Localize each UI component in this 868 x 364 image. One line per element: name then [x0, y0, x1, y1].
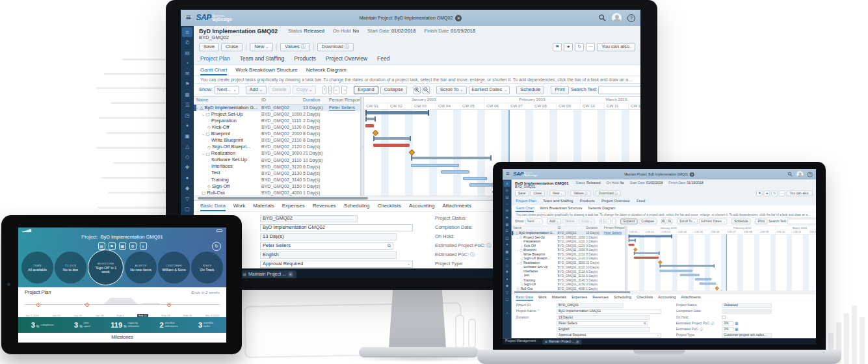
chevron-down-icon[interactable]: ⌄ [202, 112, 205, 116]
chevron-down-icon[interactable]: ⌄ [517, 249, 519, 252]
chevron-down-icon[interactable]: ⌄ [513, 232, 515, 235]
sidebar-icon[interactable]: ◆ [182, 183, 192, 193]
sidebar-icon[interactable]: △ [182, 142, 192, 151]
chevron-down-icon[interactable]: ⌄ [517, 236, 519, 239]
indent-button[interactable]: → [341, 86, 347, 94]
gantt-milestone[interactable] [409, 150, 415, 156]
sidebar-icon[interactable]: ☰ [182, 100, 192, 110]
table-row[interactable]: ◌Write BlueprintBYD_GMQ02_21108 Day(s) [194, 137, 360, 144]
sidebar-icon[interactable]: ▦ [182, 90, 192, 99]
sidebar-icon[interactable]: ▦ [503, 221, 510, 228]
new-button[interactable]: New⌄ [549, 190, 566, 196]
help-icon[interactable]: ? [808, 172, 813, 177]
value-help-icon[interactable]: ⧉ [644, 322, 646, 325]
open-window-tab[interactable]: ▤ Maintain Project ... ✕ [239, 270, 296, 278]
sidebar-icon[interactable]: ▣ [503, 248, 510, 255]
new-button[interactable]: New⌄ [250, 43, 273, 51]
chevron-down-icon[interactable]: ⌄ [517, 262, 519, 265]
chart-icon[interactable]: ▦ [735, 321, 738, 325]
status-circle-customer[interactable]: CustomerWilliam & Sons [158, 252, 190, 283]
close-button[interactable]: Close [530, 190, 545, 196]
table-row[interactable]: ⌄▢Project Set-UpBYD_GMQ02_10002 Day(s) [194, 111, 360, 118]
horizontal-scrollbar[interactable] [512, 291, 816, 294]
tab-products[interactable]: Products [294, 56, 316, 62]
values-button[interactable]: Valuesⓘ [280, 43, 309, 51]
detail-tab-basic-data[interactable]: Basic Data [200, 201, 226, 211]
detail-tab-attachments[interactable]: Attachments [442, 201, 471, 211]
indent-button[interactable]: → [612, 218, 616, 224]
sidebar-icon[interactable]: ⌂ [503, 309, 510, 316]
sidebar-icon[interactable]: ✦ [182, 121, 192, 131]
flag-icon[interactable]: ⚑ [109, 242, 116, 250]
detail-tab-revenues[interactable]: Revenues [313, 201, 336, 211]
tab-team-and-staffing[interactable]: Team and Staffing [543, 199, 573, 203]
column-id[interactable]: ID [261, 98, 303, 103]
status-circle-team[interactable]: TeamAll available [21, 252, 53, 283]
column-person[interactable]: Person Respons... [329, 98, 360, 103]
show-select[interactable]: Next...⌄ [525, 218, 542, 224]
zoom-out-icon[interactable] [668, 218, 673, 224]
column-name[interactable]: Name [512, 226, 558, 229]
zoom-in-icon[interactable] [661, 218, 666, 224]
close-icon[interactable]: ✕ [288, 272, 293, 277]
sidebar-icon[interactable]: ✚ [182, 162, 192, 172]
you-can-also-button[interactable]: You can also. [787, 190, 813, 196]
gear-icon[interactable]: ⚙ [129, 242, 137, 250]
outdent-button[interactable]: ← [607, 218, 611, 224]
close-icon[interactable]: ✕ [455, 15, 462, 21]
more-icon[interactable]: ⋯ [586, 43, 595, 51]
gantt-bar[interactable] [373, 137, 411, 140]
field-person[interactable]: Peter Sellers⧉ [557, 321, 648, 326]
gantt-milestone[interactable] [373, 130, 379, 136]
sidebar-icon[interactable]: ⌂ [503, 181, 510, 187]
open-window-tab[interactable]: ▤ Maintain Project ... ✕ [543, 339, 582, 344]
table-row[interactable]: ◇Sign-Off Bluepri...BYD_GMQ02_21200 Day(… [194, 144, 360, 150]
sidebar-icon[interactable]: ● [182, 173, 192, 183]
add-button[interactable]: Add⌄ [246, 86, 267, 94]
detail-tab-accounting[interactable]: Accounting [658, 294, 676, 300]
subtab-network-diagram[interactable]: Network Diagram [306, 65, 347, 75]
zoom-out-icon[interactable] [423, 86, 430, 94]
subtab-gantt-chart[interactable]: Gantt Chart [200, 65, 227, 75]
detail-tab-scheduling[interactable]: Scheduling [344, 201, 370, 211]
sidebar-icon[interactable]: ▽ [182, 194, 192, 203]
workcenter-menu[interactable]: Project Management ⌄ [505, 339, 539, 344]
star-icon[interactable]: ★ [764, 190, 770, 196]
table-row[interactable]: ◌TestBYD_GMQ01_31305 Day(s) [512, 274, 625, 278]
table-row[interactable]: ◌PreparationBYD_GMQ01_11102 Day(s) [512, 240, 625, 244]
gantt-bar[interactable] [680, 274, 700, 276]
grid-icon[interactable]: ▦ [119, 242, 126, 250]
gantt-bar[interactable] [365, 124, 374, 127]
copy-button[interactable]: Copy⌄ [579, 218, 595, 224]
move-down-button[interactable]: ↓ [603, 218, 606, 224]
sidebar-icon[interactable]: ▽ [503, 289, 510, 296]
chevron-down-icon[interactable]: ⌄ [196, 106, 199, 110]
sidebar-icon[interactable]: ✉ [503, 208, 510, 214]
table-row[interactable]: ⌄▢RealizationBYD_GMQ02_300021 Day(s) [194, 150, 360, 157]
sidebar-icon[interactable]: ⚑ [503, 214, 510, 221]
scroll-to-button[interactable]: Scroll To⌄ [436, 86, 467, 94]
table-row[interactable]: ▢Roll-OutBYD_GMQ02_40001 Day(s) [194, 190, 360, 196]
schedule-button[interactable]: Schedule [516, 86, 544, 94]
more-icon[interactable]: ⋯ [779, 190, 785, 196]
tab-project-overview[interactable]: Project Overview [326, 56, 367, 62]
zoom-in-icon[interactable] [414, 86, 421, 94]
tab-products[interactable]: Products [580, 199, 595, 203]
gantt-bar[interactable] [634, 257, 659, 259]
sidebar-icon[interactable]: ✆ [503, 187, 510, 194]
sidebar-icon[interactable]: ◔ [503, 201, 510, 207]
download-button[interactable]: Downloadⓘ [596, 190, 620, 196]
milestone-marker[interactable] [167, 303, 171, 307]
tab-team-and-staffing[interactable]: Team and Staffing [240, 56, 284, 62]
person-link[interactable]: Peter Sellers [603, 231, 621, 235]
chevron-down-icon[interactable]: ⌄ [202, 132, 205, 136]
milestone-marker[interactable] [36, 303, 40, 307]
subtab-work-breakdown-structure[interactable]: Work Breakdown Structure [235, 65, 297, 75]
scroll-to-button[interactable]: Scroll To⌄ [677, 218, 698, 224]
gantt-bar[interactable] [463, 177, 487, 180]
sidebar-icon[interactable]: ◆ [503, 283, 510, 289]
expand-button[interactable]: Expand [621, 218, 638, 224]
detail-tab-expenses[interactable]: Expenses [572, 294, 587, 300]
help-icon[interactable]: ? [627, 14, 635, 22]
column-duration[interactable]: Duration [586, 226, 603, 229]
